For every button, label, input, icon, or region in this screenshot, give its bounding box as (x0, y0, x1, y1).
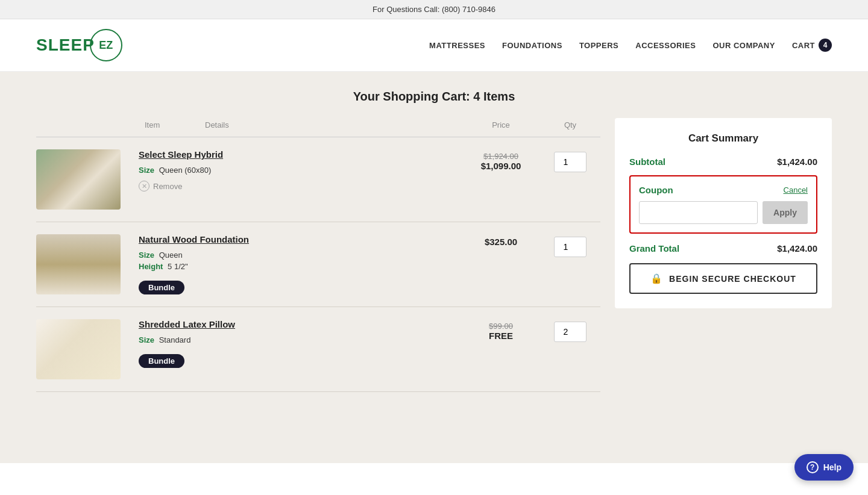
checkout-button[interactable]: 🔒 BEGIN SECURE CHECKOUT (629, 263, 817, 294)
main-nav: MATTRESSES FOUNDATIONS TOPPERS ACCESSORI… (429, 39, 832, 52)
spec-label-size-2: Size (139, 251, 154, 260)
logo[interactable]: SLEEP EZ (36, 29, 122, 61)
remove-icon-1: ✕ (139, 181, 149, 191)
logo-text: SLEEP (36, 36, 95, 55)
subtotal-row: Subtotal $1,424.00 (629, 157, 817, 167)
price-free-3: FREE (462, 331, 540, 341)
bundle-badge-3[interactable]: Bundle (139, 354, 184, 368)
coupon-input-row: Apply (639, 201, 808, 224)
header-qty: Qty (540, 118, 600, 132)
item-spec-size-3: Size Standard (139, 335, 456, 344)
nav-mattresses[interactable]: MATTRESSES (429, 41, 485, 50)
spec-value-height-2: 5 1/2" (168, 262, 188, 271)
coupon-input[interactable] (639, 201, 758, 224)
coupon-header: Coupon Cancel (639, 185, 808, 195)
grand-total-row: Grand Total $1,424.00 (629, 243, 817, 254)
item-qty-1 (540, 149, 600, 172)
spec-value-size-1: Queen (60x80) (159, 166, 212, 175)
item-spec-size-1: Size Queen (60x80) (139, 166, 456, 175)
price-original-3: $99.00 (462, 322, 540, 331)
spec-label-height-2: Height (139, 262, 163, 271)
subtotal-label: Subtotal (629, 157, 665, 167)
remove-button-1[interactable]: ✕ Remove (139, 181, 456, 191)
qty-input-3[interactable] (554, 322, 587, 342)
content-layout: Item Details Price Qty Select Sleep Hybr… (36, 118, 832, 392)
header-item: Item (36, 118, 205, 132)
header-details: Details (205, 118, 462, 132)
price-current-1: $1,099.00 (462, 161, 540, 171)
qty-input-1[interactable] (554, 152, 587, 172)
bundle-badge-2[interactable]: Bundle (139, 281, 184, 294)
nav-toppers[interactable]: TOPPERS (579, 41, 618, 50)
table-row: Shredded Latex Pillow Size Standard Bund… (36, 307, 600, 392)
item-spec-size-2: Size Queen (139, 251, 456, 260)
page-title: Your Shopping Cart: 4 Items (36, 90, 832, 104)
item-price-1: $1,924.00 $1,099.00 (462, 149, 540, 171)
grand-total-value: $1,424.00 (777, 243, 817, 254)
table-row: Select Sleep Hybrid Size Queen (60x80) ✕… (36, 137, 600, 222)
item-details-2: Natural Wood Foundation Size Queen Heigh… (133, 234, 462, 294)
nav-our-company[interactable]: OUR COMPANY (712, 41, 775, 50)
main-content: Your Shopping Cart: 4 Items Item Details… (0, 72, 868, 463)
nav-cart[interactable]: CART 4 (792, 39, 832, 52)
summary-title: Cart Summary (629, 132, 817, 145)
topbar-text: For Questions Call: (373, 5, 439, 14)
topbar-phone[interactable]: (800) 710-9846 (442, 5, 495, 14)
price-original-1: $1,924.00 (462, 152, 540, 161)
checkout-label: BEGIN SECURE CHECKOUT (669, 274, 796, 284)
item-qty-2 (540, 234, 600, 257)
item-price-2: $325.00 (462, 234, 540, 247)
product-image-2 (36, 234, 121, 294)
lock-icon: 🔒 (650, 273, 663, 284)
help-circle-icon: ? (807, 461, 819, 463)
item-qty-3 (540, 319, 600, 342)
nav-foundations[interactable]: FOUNDATIONS (502, 41, 562, 50)
spec-label-size-3: Size (139, 335, 154, 344)
table-row: Natural Wood Foundation Size Queen Heigh… (36, 222, 600, 307)
item-spec-height-2: Height 5 1/2" (139, 262, 456, 271)
item-name-2[interactable]: Natural Wood Foundation (139, 234, 456, 244)
coupon-box: Coupon Cancel Apply (629, 175, 817, 234)
cart-count-badge: 4 (819, 39, 832, 52)
price-current-2: $325.00 (462, 237, 540, 247)
cart-summary: Cart Summary Subtotal $1,424.00 Coupon C… (615, 118, 832, 308)
item-name-1[interactable]: Select Sleep Hybrid (139, 149, 456, 160)
coupon-label: Coupon (639, 185, 673, 195)
header: SLEEP EZ MATTRESSES FOUNDATIONS TOPPERS … (0, 19, 868, 72)
item-price-3: $99.00 FREE (462, 319, 540, 341)
grand-total-label: Grand Total (629, 243, 679, 254)
cart-table-headers: Item Details Price Qty (36, 118, 600, 137)
remove-label-1: Remove (153, 182, 182, 191)
spec-value-size-3: Standard (159, 335, 191, 344)
product-image-3 (36, 319, 121, 379)
coupon-cancel-button[interactable]: Cancel (784, 185, 808, 195)
help-button[interactable]: ? Help (794, 454, 854, 463)
item-details-3: Shredded Latex Pillow Size Standard Bund… (133, 319, 462, 368)
spec-value-size-2: Queen (159, 251, 183, 260)
header-price: Price (462, 118, 540, 132)
logo-circle: EZ (90, 29, 122, 61)
top-bar: For Questions Call: (800) 710-9846 (0, 0, 868, 19)
product-image-1 (36, 149, 121, 210)
nav-accessories[interactable]: ACCESSORIES (635, 41, 696, 50)
item-details-1: Select Sleep Hybrid Size Queen (60x80) ✕… (133, 149, 462, 191)
apply-coupon-button[interactable]: Apply (763, 201, 808, 224)
spec-label-size-1: Size (139, 166, 154, 175)
nav-cart-label[interactable]: CART (792, 41, 815, 50)
qty-input-2[interactable] (554, 237, 587, 257)
subtotal-value: $1,424.00 (777, 157, 817, 167)
help-label: Help (823, 462, 841, 463)
cart-table: Item Details Price Qty Select Sleep Hybr… (36, 118, 600, 392)
item-name-3[interactable]: Shredded Latex Pillow (139, 319, 456, 329)
logo-ez: EZ (99, 39, 113, 52)
